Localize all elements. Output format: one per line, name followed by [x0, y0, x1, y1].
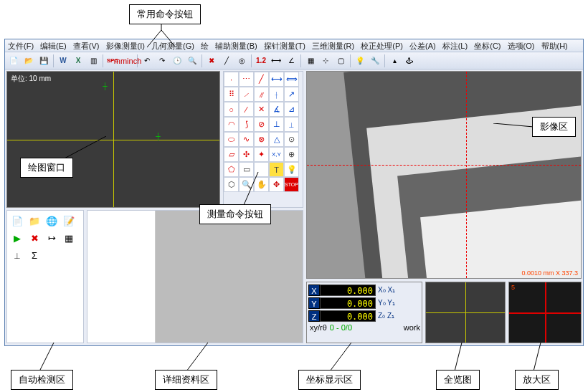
- tool-grid-icon[interactable]: ▦: [303, 54, 318, 68]
- tool-undo-icon[interactable]: ↶: [140, 54, 154, 68]
- pal-diag-icon[interactable]: ⟋: [239, 87, 254, 102]
- pal-center-icon[interactable]: ⊕: [284, 147, 299, 162]
- tool-find-icon[interactable]: 🔍: [185, 54, 199, 68]
- menu-edit[interactable]: 编辑(E): [40, 42, 67, 50]
- tool-pointer-icon[interactable]: ▴: [387, 54, 402, 68]
- tool-target-icon[interactable]: ◎: [234, 54, 249, 68]
- tool-joystick-icon[interactable]: 🕹: [402, 54, 417, 68]
- tool-new-icon[interactable]: 📄: [6, 54, 21, 68]
- tool-cross-icon[interactable]: ✖: [204, 54, 219, 68]
- pal-line2-icon[interactable]: ∕: [239, 102, 254, 117]
- menu-coord[interactable]: 坐标(C): [474, 42, 501, 50]
- menu-tol[interactable]: 公差(A): [409, 42, 436, 50]
- tool-wrench-icon[interactable]: 🔧: [368, 54, 382, 68]
- drawing-window[interactable]: 单位: 10 mm ┼ ┼: [6, 71, 220, 208]
- pal-edge-icon[interactable]: ⟆: [239, 117, 254, 132]
- menu-annot[interactable]: 标注(L): [442, 42, 468, 50]
- pal-move-icon[interactable]: ✥: [269, 177, 284, 192]
- pal-shape-icon[interactable]: ⬡: [224, 177, 239, 192]
- auto-folder-icon[interactable]: 📁: [27, 213, 42, 229]
- pal-cross-icon[interactable]: ✕: [254, 102, 269, 117]
- coord-mode[interactable]: xy/rθ: [310, 323, 327, 332]
- tool-open-icon[interactable]: 📂: [22, 54, 36, 68]
- tool-excel-icon[interactable]: X: [71, 54, 85, 68]
- tool-box-icon[interactable]: ▢: [333, 54, 348, 68]
- pal-tangent-icon[interactable]: ⊘: [254, 117, 269, 132]
- pal-curve-icon[interactable]: ∿: [239, 132, 254, 147]
- coord-x-sub[interactable]: X₀ X₁: [378, 286, 395, 294]
- pal-grid-icon[interactable]: ⠿: [224, 87, 239, 102]
- menu-help[interactable]: 帮助(H): [541, 42, 568, 50]
- tool-light-icon[interactable]: 💡: [353, 54, 367, 68]
- menu-geom[interactable]: 几何测量(G): [151, 42, 194, 50]
- tool-num-icon[interactable]: 1.2: [254, 54, 268, 68]
- auto-step-icon[interactable]: ↦: [44, 230, 60, 246]
- coord-y-sub[interactable]: Y₀ Y₁: [378, 299, 395, 307]
- pal-height-icon[interactable]: ⟊: [269, 87, 284, 102]
- menu-draw[interactable]: 绘: [201, 42, 209, 50]
- pal-angle2-icon[interactable]: ⊿: [284, 102, 299, 117]
- auto-doc-icon[interactable]: 📄: [9, 213, 25, 229]
- pal-triangle-icon[interactable]: △: [269, 132, 284, 147]
- auto-x-icon[interactable]: ✖: [27, 230, 42, 246]
- auto-globe-icon[interactable]: 🌐: [44, 213, 60, 229]
- pal-poly-icon[interactable]: ⬠: [224, 162, 239, 177]
- tool-word-icon[interactable]: W: [56, 54, 70, 68]
- pal-text-icon[interactable]: T: [269, 162, 284, 177]
- pal-pan-icon[interactable]: ✋: [254, 177, 269, 192]
- auto-formula-icon[interactable]: Σ: [27, 247, 42, 263]
- pal-select-icon[interactable]: ▭: [239, 162, 254, 177]
- menu-three[interactable]: 三维测量(R): [312, 42, 354, 50]
- pal-gear-icon[interactable]: ✣: [239, 147, 254, 162]
- zoom-panel[interactable]: 5: [508, 282, 582, 343]
- pal-point-icon[interactable]: ·: [224, 72, 239, 87]
- pal-star-icon[interactable]: ✦: [254, 147, 269, 162]
- pal-bulb-icon[interactable]: 💡: [284, 162, 299, 177]
- tool-dxf-icon[interactable]: ▥: [86, 54, 100, 68]
- detail-list[interactable]: [87, 211, 156, 343]
- pal-arrow-icon[interactable]: ↗: [284, 87, 299, 102]
- detail-preview[interactable]: [156, 211, 303, 343]
- auto-grid-icon[interactable]: ▦: [61, 230, 77, 246]
- pal-perp2-icon[interactable]: ⟂: [284, 117, 299, 132]
- pal-line-icon[interactable]: ╱: [254, 72, 269, 87]
- pal-parallel-icon[interactable]: ⫽: [254, 87, 269, 102]
- image-area[interactable]: 0.0010 mm X 337.3: [306, 71, 582, 279]
- auto-axis-icon[interactable]: ⟂: [9, 247, 25, 263]
- pal-blank-icon[interactable]: [254, 162, 269, 177]
- menu-assist[interactable]: 辅助测量(B): [215, 42, 257, 50]
- tool-save-icon[interactable]: 💾: [37, 54, 51, 68]
- tool-unit-icon[interactable]: mminch: [120, 54, 135, 68]
- pal-arc-icon[interactable]: ◠: [224, 117, 239, 132]
- tool-redo-icon[interactable]: ↷: [155, 54, 169, 68]
- menu-file[interactable]: 文件(F): [8, 42, 34, 50]
- menu-image[interactable]: 影像测量(I): [106, 42, 145, 50]
- tool-diag-icon[interactable]: ╱: [219, 54, 234, 68]
- pal-dim-h-icon[interactable]: ⟷: [269, 72, 284, 87]
- pal-dim-v-icon[interactable]: ⟺: [284, 72, 299, 87]
- pal-perp-icon[interactable]: ⊥: [269, 117, 284, 132]
- pal-intersect-icon[interactable]: ⊗: [254, 132, 269, 147]
- menu-view[interactable]: 查看(V): [73, 42, 100, 50]
- pal-rect-icon[interactable]: ▱: [224, 147, 239, 162]
- coord-z-sub[interactable]: Z₀ Z₁: [378, 312, 394, 320]
- pal-dot-icon[interactable]: ⊙: [284, 132, 299, 147]
- pal-zoom-icon[interactable]: 🔍: [239, 177, 254, 192]
- menu-opt[interactable]: 选项(O): [508, 42, 535, 50]
- tool-dim-icon[interactable]: ⟷: [269, 54, 283, 68]
- auto-play-icon[interactable]: ▶: [9, 230, 25, 246]
- coord-work[interactable]: work: [404, 323, 420, 332]
- tool-axis-icon[interactable]: ⊹: [318, 54, 333, 68]
- menu-calib[interactable]: 校正处理(P): [361, 42, 403, 50]
- auto-edit-icon[interactable]: 📝: [61, 213, 77, 229]
- pal-xy-icon[interactable]: X,Y: [269, 147, 284, 162]
- pal-ellipse-icon[interactable]: ⬭: [224, 132, 239, 147]
- overview-panel[interactable]: [425, 282, 506, 343]
- pal-points-icon[interactable]: ⋯: [239, 72, 254, 87]
- pal-stop-icon[interactable]: STOP: [284, 177, 299, 192]
- tool-clock-icon[interactable]: 🕒: [170, 54, 184, 68]
- tool-angle-icon[interactable]: ∠: [284, 54, 298, 68]
- pal-circle-icon[interactable]: ○: [224, 102, 239, 117]
- menu-probe[interactable]: 探针测量(T): [264, 42, 305, 50]
- pal-angle-icon[interactable]: ∡: [269, 102, 284, 117]
